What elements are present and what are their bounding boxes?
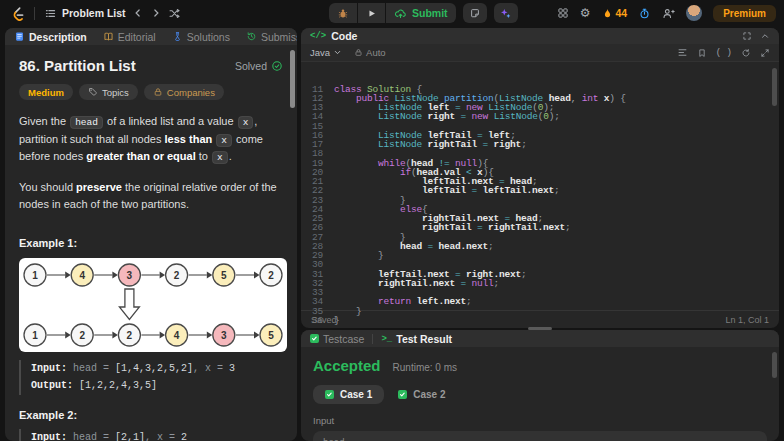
svg-text:1: 1 [32, 270, 38, 281]
auto-save-indicator: Auto [354, 47, 386, 58]
language-selector[interactable]: Java [310, 47, 342, 58]
expand-diagonal-icon [760, 48, 770, 58]
history-icon [246, 31, 257, 42]
tab-testcase-label: Testcase [323, 333, 364, 345]
description-scrollbar[interactable] [290, 50, 295, 108]
difficulty-badge[interactable]: Medium [19, 84, 73, 100]
code-editor[interactable]: 11class Solution {12 public ListNode par… [301, 63, 779, 310]
stopwatch-icon [638, 7, 651, 20]
shuffle-icon [168, 7, 181, 20]
bracket-matching-button[interactable]: ( ) [716, 48, 732, 58]
apps-grid-button[interactable] [557, 7, 569, 19]
code-panel-header: </> Code [301, 28, 779, 44]
testcase-input-field[interactable]: head = [1,4,3,2,5,2] [313, 431, 767, 441]
problem-list-button[interactable]: Problem List [44, 7, 126, 20]
sparkles-icon [499, 7, 512, 20]
topics-label: Topics [102, 87, 129, 98]
example1-io: Input:head = [1,4,3,2,5,2], x = 3 Output… [19, 360, 283, 395]
chevron-up-icon [760, 31, 770, 41]
premium-button[interactable]: Premium [713, 5, 776, 22]
divider [34, 7, 35, 20]
reset-code-button[interactable] [741, 48, 751, 58]
tab-editorial[interactable]: Editorial [103, 31, 156, 43]
panel-resize-handle[interactable] [528, 327, 552, 330]
debug-button[interactable] [329, 3, 357, 23]
editor-toolbar: Java Auto [301, 44, 779, 62]
code-icon: </> [310, 31, 326, 41]
tab-testcase[interactable]: Testcase [310, 333, 364, 345]
output-label: Output: [31, 380, 73, 391]
run-button[interactable] [358, 3, 385, 23]
case-1-button[interactable]: Case 1 [313, 385, 384, 404]
result-runtime: Runtime: 0 ms [393, 362, 457, 373]
description-panel-tabs: Description Editorial Solutions [5, 28, 297, 45]
notes-button[interactable] [463, 3, 487, 23]
divider [372, 334, 373, 344]
submit-button[interactable]: Submit [386, 3, 456, 23]
svg-text:5: 5 [221, 270, 227, 281]
prev-problem-button[interactable] [132, 7, 144, 19]
lock-icon [153, 87, 163, 97]
test-panel-tabs: Testcase >_ Test Result [301, 330, 779, 347]
code-panel-title: Code [331, 30, 357, 42]
test-panel-scrollbar[interactable] [772, 352, 777, 378]
next-problem-button[interactable] [150, 7, 162, 19]
user-avatar[interactable] [686, 5, 702, 21]
ai-assistant-button[interactable] [494, 3, 518, 23]
timer-button[interactable] [638, 7, 651, 20]
fullscreen-icon [742, 31, 752, 41]
language-label: Java [310, 47, 330, 58]
random-problem-button[interactable] [168, 7, 181, 20]
lock-icon [354, 48, 363, 57]
bookmark-button[interactable] [697, 48, 707, 58]
note-icon [469, 7, 481, 19]
gear-icon: ⚙ [580, 7, 591, 19]
chevron-left-icon [132, 7, 144, 19]
top-navbar: Problem List [0, 0, 784, 26]
input-label: Input: [31, 432, 67, 441]
problem-list-label: Problem List [62, 7, 126, 19]
expand-editor-button[interactable] [760, 48, 770, 58]
example1-label: Example 1: [19, 237, 283, 249]
tab-solutions[interactable]: Solutions [172, 31, 230, 43]
case-2-button[interactable]: Case 2 [398, 385, 445, 404]
example2-input-value: head = [2,1], x = 2 [73, 432, 187, 441]
example1-output-value: [1,2,2,4,3,5] [79, 380, 157, 391]
topics-chip[interactable]: Topics [79, 84, 138, 100]
collapse-panel-button[interactable] [760, 31, 770, 41]
bug-icon [337, 7, 349, 19]
invite-user-button[interactable] [662, 7, 675, 20]
settings-button[interactable]: ⚙ [580, 7, 591, 19]
solved-status: Solved [235, 60, 283, 72]
solved-label: Solved [235, 60, 267, 72]
svg-text:3: 3 [127, 270, 133, 281]
check-square-icon [325, 390, 334, 399]
user-plus-icon [662, 7, 675, 20]
tab-description-label: Description [29, 31, 87, 43]
check-square-icon [398, 390, 407, 399]
svg-text:2: 2 [79, 330, 85, 341]
case-1-label: Case 1 [340, 389, 372, 400]
companies-chip[interactable]: Companies [144, 84, 224, 100]
example1-input-value: head = [1,4,3,2,5,2], x = 3 [73, 363, 235, 374]
tab-solutions-label: Solutions [187, 31, 230, 43]
format-code-button[interactable] [677, 47, 688, 58]
leetcode-logo[interactable] [10, 6, 25, 21]
tab-test-result[interactable]: >_ Test Result [381, 333, 452, 345]
submit-label: Submit [412, 7, 448, 19]
input-label: Input: [31, 363, 67, 374]
example1-diagram: 143252122435 [19, 258, 287, 352]
svg-text:1: 1 [32, 330, 38, 341]
maximize-panel-button[interactable] [742, 31, 752, 41]
daily-streak[interactable]: 44 [602, 7, 628, 20]
description-doc-icon [14, 31, 25, 42]
tab-description[interactable]: Description [14, 31, 87, 43]
editor-statusbar: Saved Ln 1, Col 1 [301, 310, 779, 328]
code-panel: </> Code Java [301, 28, 779, 328]
run-controls: Submit [329, 3, 456, 23]
auto-label: Auto [366, 47, 386, 58]
tab-submissions[interactable]: Submissions [246, 31, 297, 43]
saved-indicator: Saved [311, 315, 337, 325]
editor-scrollbar[interactable] [772, 68, 777, 106]
flame-icon [602, 7, 613, 20]
